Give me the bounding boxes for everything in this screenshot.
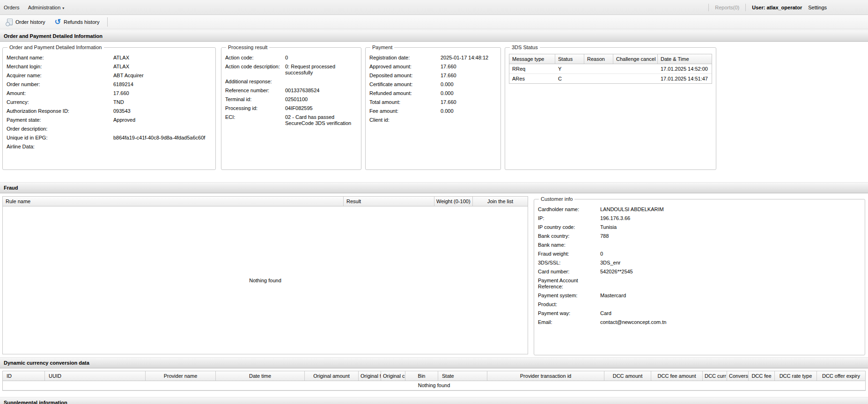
- menu-divider: [708, 4, 709, 11]
- field-currency: Currency:TND: [7, 99, 212, 105]
- menu-bar: Orders Administration▾ Reports(0) User: …: [0, 0, 868, 15]
- dcc-col-provider-transaction-id: Provider transaction id: [487, 371, 604, 381]
- field-order-number: Order number:6189214: [7, 81, 212, 88]
- field-bank-country: Bank country:788: [538, 233, 861, 239]
- field-value: ABT Acquirer: [113, 73, 212, 79]
- field-label: Fraud weight:: [538, 251, 600, 257]
- field-label: Merchant login:: [7, 64, 113, 70]
- fraud-area: Rule name Result Weight (0-100) Join the…: [0, 193, 868, 357]
- field-label: Cardholder name:: [538, 206, 600, 213]
- dcc-table-header: ID UUID Provider name Date time Original…: [3, 371, 865, 381]
- fraud-section-header: Fraud: [0, 182, 868, 193]
- menu-reports[interactable]: Reports(0): [715, 5, 739, 10]
- field-value: 0.000: [441, 108, 497, 114]
- refunds-history-button[interactable]: ↺ Refunds history: [51, 18, 104, 26]
- field-refunded-amount: Refunded amount:0.000: [369, 90, 497, 96]
- field-label: Approved amount:: [369, 64, 441, 70]
- processing-result-legend: Processing result: [226, 44, 269, 50]
- field-label: Unique id in EPG:: [7, 135, 113, 141]
- field-value: 02501100: [285, 96, 357, 103]
- field-reference-number: Reference number:001337638524: [225, 88, 357, 94]
- menu-orders[interactable]: Orders: [4, 5, 24, 10]
- field-label: Payment way:: [538, 310, 600, 316]
- menu-settings[interactable]: Settings: [808, 5, 827, 10]
- dcc-col-original-fee: Original f: [359, 371, 381, 381]
- field-value: 17.660: [113, 90, 212, 96]
- field-ip: IP:196.176.3.66: [538, 215, 861, 221]
- field-additional-response: Additional response:: [225, 79, 357, 85]
- dcc-col-dcc-currency: DCC curr: [703, 371, 727, 381]
- field-value: [113, 144, 212, 150]
- order-history-button[interactable]: Order history: [3, 17, 50, 27]
- field-payment-account-reference: Payment Account Reference:: [538, 278, 861, 290]
- field-amount: Amount:17.660: [7, 90, 212, 96]
- field-value: 17.660: [441, 99, 497, 105]
- cell-message-type: RReq: [509, 64, 555, 73]
- field-value: Tunisia: [600, 224, 861, 230]
- cell-reason: [584, 64, 613, 73]
- field-value: 788: [600, 233, 861, 239]
- field-label: Email:: [538, 319, 600, 325]
- field-label: Currency:: [7, 99, 113, 105]
- field-label: Amount:: [7, 90, 113, 96]
- order-info-panel: Order and Payment Detailed Information M…: [2, 44, 216, 170]
- field-label: Total amount:: [369, 99, 441, 105]
- field-value: b864fa19-c41f-40c8-9d8a-4fdad5a6c60f: [113, 135, 212, 141]
- field-value: [600, 301, 861, 308]
- cell-date-time: 17.01.2025 14:52:00: [658, 64, 712, 73]
- field-label: Airline Data:: [7, 144, 113, 150]
- field-value: 17.660: [441, 64, 497, 70]
- field-value: 0: [285, 55, 357, 61]
- field-label: Payment Account Reference:: [538, 278, 600, 290]
- field-label: Payment state:: [7, 117, 113, 123]
- field-terminal-id: Terminal id:02501100: [225, 96, 357, 103]
- field-label: ECI:: [225, 114, 285, 126]
- dcc-empty-message: Nothing found: [3, 381, 865, 390]
- field-value: 2025-01-17 14:48:12: [441, 55, 497, 61]
- fraud-col-result: Result: [344, 197, 434, 206]
- field-label: Bank name:: [538, 242, 600, 248]
- field-value: ATLAX: [113, 64, 212, 70]
- field-merchant-name: Merchant name:ATLAX: [7, 55, 212, 61]
- field-value: LANDOULSI ABDELKARIM: [600, 206, 861, 213]
- col-message-type: Message type: [509, 54, 555, 64]
- field-fraud-weight: Fraud weight:0: [538, 251, 861, 257]
- field-fee-amount: Fee amount:0.000: [369, 108, 497, 114]
- field-airline-data: Airline Data:: [7, 144, 212, 150]
- detail-panels: Order and Payment Detailed Information M…: [0, 42, 868, 182]
- menu-divider: [745, 4, 746, 11]
- cell-date-time: 17.01.2025 14:51:47: [658, 74, 712, 83]
- fraud-col-join-the-list: Join the list: [473, 197, 528, 206]
- field-label: Terminal id:: [225, 96, 285, 103]
- field-3ds-ssl: 3DS/SSL:3DS_enr: [538, 260, 861, 266]
- field-value: 04IF082595: [285, 105, 357, 111]
- field-value: 001337638524: [285, 88, 357, 94]
- processing-result-panel: Processing result Action code:0 Action c…: [221, 44, 361, 170]
- payment-legend: Payment: [370, 44, 394, 50]
- fraud-col-rule-name: Rule name: [3, 197, 344, 206]
- dcc-col-dcc-rate-type: DCC rate type: [775, 371, 817, 381]
- field-value: ATLAX: [113, 55, 212, 61]
- field-value: 0: [600, 251, 861, 257]
- order-info-legend: Order and Payment Detailed Information: [7, 44, 104, 50]
- dcc-col-dcc-fee: DCC fee: [749, 371, 775, 381]
- fraud-table-header: Rule name Result Weight (0-100) Join the…: [3, 197, 528, 206]
- field-value: Card: [600, 310, 861, 316]
- field-payment-state: Payment state:Approved: [7, 117, 212, 123]
- field-value: 3DS_enr: [600, 260, 861, 266]
- field-order-description: Order description:: [7, 126, 212, 132]
- menu-administration[interactable]: Administration▾: [24, 5, 69, 10]
- field-value: [113, 126, 212, 132]
- menu-right-group: Reports(0) User: atlax_operator Settings: [708, 4, 868, 11]
- field-label: IP:: [538, 215, 600, 221]
- field-label: Action code:: [225, 55, 285, 61]
- payment-panel: Payment Registration date:2025-01-17 14:…: [365, 44, 501, 170]
- three-ds-status-panel: 3DS Status Message type Status Reason Ch…: [505, 44, 716, 170]
- field-label: Action code description:: [225, 64, 285, 76]
- field-label: Card number:: [538, 269, 600, 275]
- field-value: [600, 278, 861, 290]
- cell-status: C: [555, 74, 584, 83]
- field-ip-country-code: IP country code:Tunisia: [538, 224, 861, 230]
- field-value: Mastercard: [600, 293, 861, 299]
- three-ds-table: Message type Status Reason Challenge can…: [509, 54, 712, 84]
